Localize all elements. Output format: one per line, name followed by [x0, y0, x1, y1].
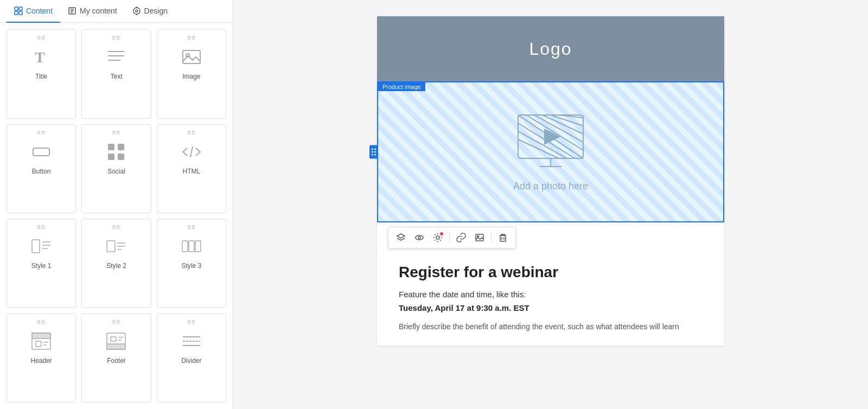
- description-text: Briefly describe the benefit of attendin…: [399, 321, 703, 333]
- svg-marker-61: [397, 234, 405, 238]
- svg-point-63: [418, 237, 420, 239]
- block-style3-label: Style 3: [181, 262, 201, 270]
- product-image-label: Product image: [378, 82, 425, 91]
- svg-rect-42: [111, 337, 116, 341]
- footer-icon: [103, 328, 130, 355]
- drag-handle[interactable]: [369, 145, 378, 159]
- visibility-button[interactable]: [411, 229, 427, 246]
- block-social[interactable]: ⠿⠿ Social: [81, 124, 151, 214]
- content-block: Register for a webinar Feature the date …: [377, 251, 724, 346]
- delete-button[interactable]: [495, 229, 511, 246]
- layer-button[interactable]: [393, 229, 409, 246]
- svg-rect-22: [118, 154, 124, 160]
- style3-icon: [178, 233, 205, 260]
- block-html[interactable]: ⠿⠿ HTML: [157, 124, 226, 214]
- block-header-label: Header: [30, 357, 52, 365]
- block-toolbar: [388, 227, 516, 248]
- block-image-label: Image: [182, 73, 200, 80]
- block-html-label: HTML: [182, 168, 200, 175]
- svg-rect-21: [108, 154, 114, 160]
- svg-rect-19: [108, 144, 114, 150]
- block-style3[interactable]: ⠿⠿ Style 3: [157, 219, 226, 308]
- block-text[interactable]: ⠿⠿ Text: [81, 29, 151, 119]
- left-panel: Content My content Design ⠿⠿: [0, 0, 233, 409]
- block-style1-label: Style 1: [31, 262, 52, 270]
- right-panel: Logo Product image: [233, 0, 868, 409]
- svg-rect-41: [107, 344, 125, 349]
- email-canvas: Logo Product image: [377, 16, 724, 346]
- svg-rect-24: [32, 240, 40, 253]
- block-style2[interactable]: ⠿⠿ Style 2: [81, 219, 151, 308]
- svg-rect-16: [183, 50, 200, 63]
- block-text-label: Text: [110, 73, 122, 80]
- tab-content[interactable]: Content: [7, 0, 60, 23]
- text-icon: [103, 43, 130, 71]
- block-button[interactable]: ⠿⠿ Button: [7, 124, 76, 214]
- drag-dots: ⠿⠿: [37, 225, 46, 231]
- html-icon: [178, 138, 205, 165]
- feature-label: Feature the date and time, like this:: [399, 290, 703, 299]
- svg-rect-37: [36, 341, 41, 347]
- add-photo-text: Add a photo here: [513, 181, 588, 192]
- block-style2-label: Style 2: [106, 262, 126, 270]
- svg-point-66: [477, 236, 479, 238]
- drag-dots: ⠿⠿: [112, 35, 120, 41]
- divider-icon: [178, 328, 205, 355]
- header-icon: [28, 328, 55, 355]
- product-image-block[interactable]: Product image: [377, 81, 724, 222]
- svg-text:T: T: [35, 49, 45, 66]
- svg-rect-67: [500, 235, 506, 241]
- logo-block: Logo: [377, 16, 724, 81]
- logo-text: Logo: [529, 39, 572, 59]
- toolbar-separator-2: [491, 232, 492, 243]
- video-placeholder-icon: [513, 112, 589, 174]
- drag-dots: ⠿⠿: [37, 35, 46, 41]
- block-title-label: Title: [35, 73, 47, 80]
- svg-rect-1: [19, 7, 22, 10]
- toolbar-separator: [449, 232, 450, 243]
- block-divider[interactable]: ⠿⠿ Divider: [157, 314, 226, 403]
- block-header[interactable]: ⠿⠿ Header: [7, 314, 76, 403]
- block-image[interactable]: ⠿⠿ Image: [157, 29, 226, 119]
- svg-rect-2: [15, 11, 18, 15]
- svg-rect-3: [19, 11, 22, 15]
- style1-icon: [28, 233, 55, 260]
- block-grid: ⠿⠿ T Title ⠿⠿ Text ⠿⠿: [0, 23, 233, 409]
- drag-dots: ⠿⠿: [37, 130, 46, 136]
- svg-rect-33: [189, 241, 194, 252]
- image-button[interactable]: [471, 229, 488, 246]
- block-button-label: Button: [32, 168, 51, 175]
- svg-rect-36: [32, 333, 50, 338]
- drag-dots: ⠿⠿: [112, 130, 120, 136]
- block-footer-label: Footer: [107, 357, 126, 365]
- block-social-label: Social: [107, 168, 125, 175]
- svg-rect-34: [195, 241, 201, 252]
- settings-button[interactable]: [430, 229, 446, 246]
- svg-rect-18: [33, 148, 49, 156]
- svg-point-64: [436, 236, 439, 239]
- date-text: Tuesday, April 17 at 9:30 a.m. EST: [399, 303, 703, 312]
- svg-rect-28: [107, 241, 115, 252]
- svg-point-9: [136, 10, 138, 12]
- svg-rect-20: [118, 144, 124, 150]
- svg-point-62: [416, 235, 423, 240]
- block-footer[interactable]: ⠿⠿ Footer: [81, 314, 151, 403]
- svg-line-23: [190, 146, 193, 157]
- style2-icon: [103, 233, 130, 260]
- settings-badge: [439, 232, 444, 236]
- social-icon: [103, 138, 130, 165]
- drag-dots: ⠿⠿: [187, 225, 196, 231]
- tabs-bar: Content My content Design: [0, 0, 233, 23]
- drag-dots: ⠿⠿: [187, 319, 196, 325]
- block-title[interactable]: ⠿⠿ T Title: [7, 29, 76, 119]
- block-style1[interactable]: ⠿⠿ Style 1: [7, 219, 76, 308]
- svg-rect-0: [15, 7, 18, 10]
- link-button[interactable]: [453, 229, 469, 246]
- block-divider-label: Divider: [181, 357, 201, 365]
- drag-dots: ⠿⠿: [112, 319, 120, 325]
- webinar-title: Register for a webinar: [399, 264, 703, 281]
- button-icon: [28, 138, 55, 165]
- tab-design[interactable]: Design: [125, 0, 176, 23]
- tab-my-content[interactable]: My content: [60, 0, 124, 23]
- drag-dots: ⠿⠿: [37, 319, 46, 325]
